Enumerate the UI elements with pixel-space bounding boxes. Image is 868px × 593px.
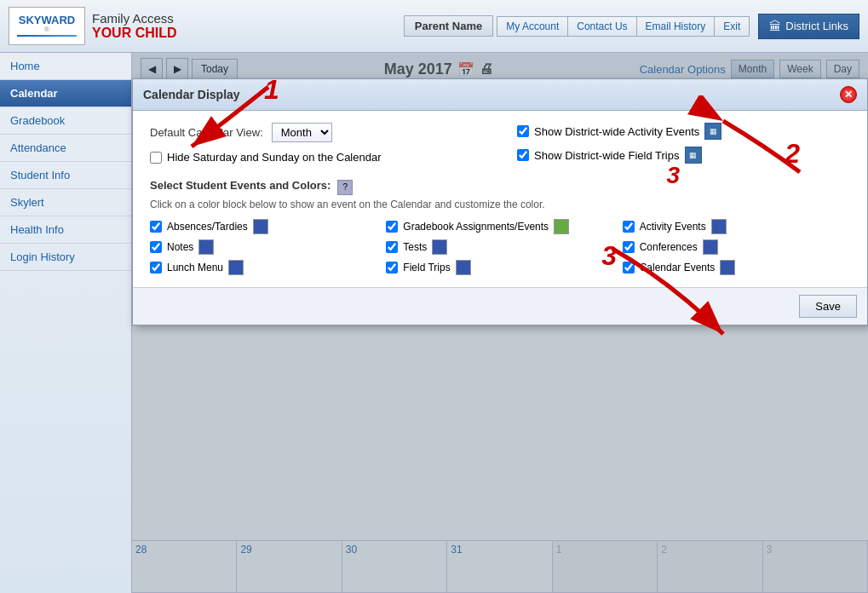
- list-item: Gradebook Assignments/Events: [386, 219, 613, 234]
- list-item: Activity Events: [623, 219, 850, 234]
- list-item: Absences/Tardies: [150, 219, 377, 234]
- district-activity-icon[interactable]: ▦: [704, 123, 721, 140]
- notes-checkbox[interactable]: [150, 241, 162, 253]
- activity-events-color[interactable]: [711, 219, 727, 234]
- modal-title-bar: Calendar Display ✕: [133, 79, 867, 111]
- hide-sat-sun-label: Hide Saturday and Sunday on the Calendar: [167, 151, 382, 164]
- show-district-fieldtrips-row: Show District-wide Field Trips ▦: [517, 147, 850, 164]
- default-view-row: Default Calendar View: Month Week Day: [150, 123, 483, 142]
- show-district-activity-checkbox[interactable]: [517, 125, 529, 137]
- child-name: YOUR CHILD: [92, 26, 177, 41]
- list-item: Conferences: [623, 239, 850, 255]
- tests-checkbox[interactable]: [386, 241, 398, 253]
- lunch-menu-checkbox[interactable]: [150, 262, 162, 273]
- gradebook-checkbox[interactable]: [386, 221, 398, 233]
- select-events-title: Select Student Events and Colors:: [150, 179, 331, 192]
- default-view-select[interactable]: Month Week Day: [272, 123, 332, 142]
- modal-footer: Save: [133, 287, 867, 325]
- events-grid: Absences/Tardies Gradebook Assignments/E…: [150, 219, 850, 275]
- app-title: Family Access: [92, 11, 177, 26]
- sidebar-item-calendar[interactable]: Calendar: [0, 80, 131, 107]
- tests-label: Tests: [403, 241, 427, 253]
- email-history-button[interactable]: Email History: [637, 16, 716, 37]
- my-account-button[interactable]: My Account: [497, 16, 568, 37]
- gradebook-color[interactable]: [554, 219, 569, 234]
- district-fieldtrips-icon[interactable]: ▦: [685, 147, 702, 164]
- sidebar-item-home[interactable]: Home: [0, 53, 131, 80]
- list-item: Calendar Events: [623, 260, 850, 275]
- skyward-logo: SKYWARD ®: [9, 7, 85, 45]
- absences-color[interactable]: [253, 219, 268, 234]
- conferences-label: Conferences: [640, 241, 698, 253]
- calendar-events-checkbox[interactable]: [623, 262, 635, 273]
- app-title-area: Family Access YOUR CHILD: [92, 11, 177, 41]
- show-district-activity-label: Show District-wide Activity Events: [534, 125, 699, 138]
- activity-events-label: Activity Events: [640, 221, 706, 233]
- hide-sat-sun-row: Hide Saturday and Sunday on the Calendar: [150, 151, 483, 164]
- sidebar: Home Calendar Gradebook Attendance Stude…: [0, 53, 132, 593]
- absences-label: Absences/Tardies: [167, 221, 248, 233]
- help-icon[interactable]: ?: [337, 180, 353, 195]
- show-district-fieldtrips-label: Show District-wide Field Trips: [534, 149, 680, 162]
- sidebar-item-gradebook[interactable]: Gradebook: [0, 107, 131, 135]
- modal-close-button[interactable]: ✕: [840, 86, 857, 103]
- conferences-checkbox[interactable]: [623, 241, 635, 253]
- gradebook-label: Gradebook Assignments/Events: [403, 221, 549, 233]
- lunch-menu-color[interactable]: [228, 260, 244, 275]
- contact-us-button[interactable]: Contact Us: [568, 16, 636, 37]
- calendar-display-modal: Calendar Display ✕ Default Calendar View…: [132, 78, 868, 325]
- modal-body: Default Calendar View: Month Week Day Hi…: [133, 111, 867, 287]
- sidebar-item-skylert[interactable]: Skylert: [0, 189, 131, 216]
- default-view-label: Default Calendar View:: [150, 126, 263, 139]
- calendar-events-color[interactable]: [720, 260, 735, 275]
- activity-events-checkbox[interactable]: [623, 221, 635, 233]
- field-trips-color[interactable]: [456, 260, 471, 275]
- list-item: Lunch Menu: [150, 260, 377, 275]
- save-button[interactable]: Save: [799, 295, 857, 318]
- notes-label: Notes: [167, 241, 193, 253]
- conferences-color[interactable]: [703, 239, 718, 255]
- district-links-icon: 🏛: [769, 20, 781, 33]
- sidebar-item-attendance[interactable]: Attendance: [0, 135, 131, 162]
- list-item: Tests: [386, 239, 613, 255]
- tests-color[interactable]: [432, 239, 447, 255]
- sidebar-item-login-history[interactable]: Login History: [0, 244, 131, 271]
- district-links-button[interactable]: 🏛 District Links: [758, 14, 859, 39]
- show-district-fieldtrips-checkbox[interactable]: [517, 149, 529, 161]
- main-layout: Home Calendar Gradebook Attendance Stude…: [0, 53, 868, 593]
- absences-checkbox[interactable]: [150, 221, 162, 233]
- lunch-menu-label: Lunch Menu: [167, 262, 223, 273]
- list-item: Notes: [150, 239, 377, 255]
- parent-name: Parent Name: [404, 15, 493, 37]
- show-district-activity-row: Show District-wide Activity Events ▦: [517, 123, 850, 140]
- content-area: ◀ ▶ Today May 2017 📅 🖨 Calendar Options …: [132, 53, 868, 593]
- top-header: SKYWARD ® Family Access YOUR CHILD Paren…: [0, 0, 868, 53]
- notes-color[interactable]: [198, 239, 214, 255]
- field-trips-checkbox[interactable]: [386, 262, 398, 273]
- sidebar-item-student-info[interactable]: Student Info: [0, 162, 131, 189]
- modal-overlay: Calendar Display ✕ Default Calendar View…: [132, 53, 868, 593]
- district-links-label: District Links: [785, 20, 848, 32]
- list-item: Field Trips: [386, 260, 613, 275]
- hide-sat-sun-checkbox[interactable]: [150, 152, 162, 164]
- top-nav: Parent Name My Account Contact Us Email …: [404, 14, 859, 39]
- modal-title: Calendar Display: [143, 88, 240, 101]
- logo-area: SKYWARD ® Family Access YOUR CHILD: [9, 7, 177, 45]
- sidebar-item-health-info[interactable]: Health Info: [0, 216, 131, 244]
- calendar-events-label: Calendar Events: [640, 262, 716, 273]
- select-events-subtitle: Click on a color block below to show an …: [150, 199, 850, 210]
- field-trips-label: Field Trips: [403, 262, 450, 273]
- exit-button[interactable]: Exit: [715, 16, 750, 37]
